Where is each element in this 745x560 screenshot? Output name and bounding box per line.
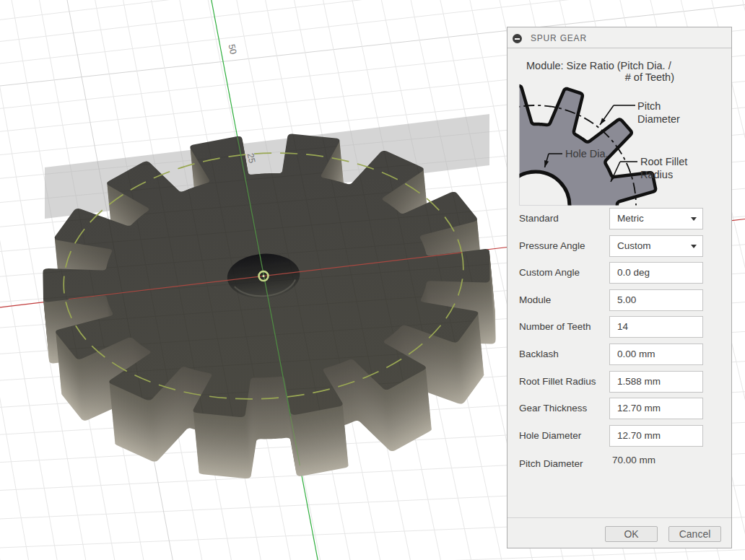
svg-text:Hole Dia.: Hole Dia. <box>565 148 609 159</box>
svg-text:50: 50 <box>227 43 239 56</box>
svg-text:Module: Size Ratio (Pitch Dia.: Module: Size Ratio (Pitch Dia. / <box>526 60 672 71</box>
svg-text:Pitch: Pitch <box>637 100 661 112</box>
svg-text:Root Fillet: Root Fillet <box>640 156 687 167</box>
svg-text:Diameter: Diameter <box>637 113 680 125</box>
svg-text:# of Teeth): # of Teeth) <box>625 71 674 83</box>
svg-text:Radius: Radius <box>640 169 673 180</box>
